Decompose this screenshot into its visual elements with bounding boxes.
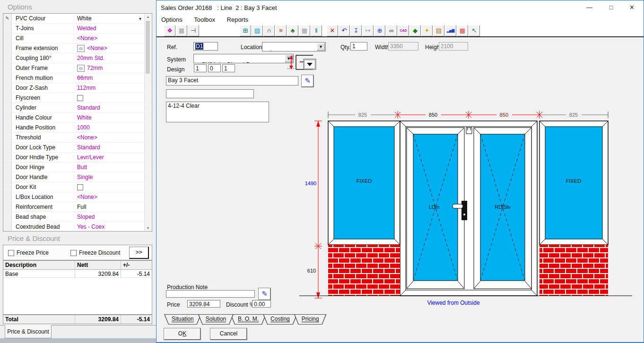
ok-button[interactable]: OK bbox=[164, 328, 200, 340]
delete-button[interactable]: ✕ bbox=[327, 25, 338, 36]
tab-price-discount[interactable]: Price & Discount bbox=[5, 325, 52, 338]
option-row[interactable]: Door Lock TypeStandard bbox=[3, 143, 152, 153]
report-folder-button[interactable]: ▤ bbox=[433, 25, 444, 36]
selection-red-button[interactable]: ▩ bbox=[457, 25, 468, 36]
option-row[interactable]: Door Kit bbox=[3, 182, 152, 192]
design-blocks-button[interactable]: ❖ bbox=[164, 25, 175, 36]
maximize-button[interactable]: □ bbox=[600, 0, 622, 14]
option-row[interactable]: Door HandleSingle bbox=[3, 172, 152, 182]
tab-costing[interactable]: Costing bbox=[263, 314, 297, 325]
minimize-button[interactable]: — bbox=[579, 0, 600, 14]
qty-input[interactable]: 1 bbox=[350, 42, 367, 51]
option-checkbox[interactable] bbox=[77, 95, 83, 101]
tab-solution[interactable]: Solution bbox=[198, 314, 234, 325]
option-value-cell[interactable]: White▾ bbox=[74, 14, 152, 23]
option-row[interactable]: Door HingeButt bbox=[3, 163, 152, 172]
option-row[interactable]: Outer Frame▭72mm bbox=[3, 63, 152, 73]
close-button[interactable]: ✕ bbox=[621, 0, 643, 14]
left-fixed-window[interactable]: FIXED bbox=[328, 121, 400, 245]
scroll-up-icon[interactable]: ▲ bbox=[145, 15, 151, 18]
option-value-cell[interactable]: <None> bbox=[74, 133, 152, 142]
cad-button[interactable]: CAD bbox=[398, 25, 409, 36]
option-row[interactable]: Door Z-Sash112mm bbox=[3, 83, 152, 93]
option-value-cell[interactable]: Standard bbox=[74, 103, 152, 112]
area-select-button[interactable]: ▩ bbox=[299, 25, 310, 36]
pan-view-button[interactable]: ↖ bbox=[469, 25, 480, 36]
option-row[interactable]: L/Box Location<None> bbox=[3, 192, 152, 202]
edit-description-button[interactable]: ✎ bbox=[302, 75, 313, 87]
option-row[interactable]: Cill<None> bbox=[3, 34, 152, 43]
option-value-cell[interactable]: Butt bbox=[74, 163, 152, 172]
option-value-cell[interactable]: Welded bbox=[74, 24, 152, 33]
garden-tree-button[interactable]: ♣ bbox=[287, 25, 298, 36]
location-dropdown-icon[interactable]: ▼ bbox=[317, 43, 325, 51]
glass-spec-box[interactable]: 4-12-4 Clear bbox=[166, 102, 269, 122]
option-value-cell[interactable]: ▭<None> bbox=[74, 43, 152, 53]
menu-toolbox[interactable]: Toolbox bbox=[189, 15, 220, 25]
option-value-cell[interactable]: Standard bbox=[74, 143, 152, 152]
spectacles-3d-button[interactable]: ∞ bbox=[386, 25, 397, 36]
title-bar[interactable]: Sales Order J0168 : Line 2 : Bay 3 Facet… bbox=[157, 0, 644, 15]
freeze-discount-checkbox[interactable] bbox=[70, 250, 77, 256]
option-value-cell[interactable]: 20mm Std. bbox=[74, 53, 152, 63]
option-value-cell[interactable]: Yes - Coex bbox=[74, 222, 152, 232]
option-row[interactable]: Frame extension▭<None> bbox=[3, 43, 152, 53]
undo-button[interactable]: ↶ bbox=[339, 25, 350, 36]
freeze-price-checkbox[interactable] bbox=[8, 250, 14, 256]
cylinder-hardware-button[interactable]: ∩ bbox=[263, 25, 275, 36]
spec-list-button[interactable]: ≡ bbox=[275, 25, 287, 36]
option-value-cell[interactable]: <None> bbox=[74, 192, 152, 202]
option-row[interactable]: French mullion66mm bbox=[3, 73, 152, 83]
menu-reports[interactable]: Reports bbox=[222, 15, 253, 25]
discount-input[interactable]: 0.00 bbox=[252, 300, 271, 308]
window-design-button[interactable]: ⊞ bbox=[240, 25, 251, 36]
options-scrollbar[interactable]: ▲ ▼ bbox=[144, 14, 151, 231]
right-fixed-window[interactable]: FIXED bbox=[540, 121, 608, 245]
option-row[interactable]: Door Hndle TypeLevr/Lever bbox=[3, 153, 152, 163]
option-row[interactable]: CylinderStandard bbox=[3, 103, 152, 113]
cancel-button[interactable]: Cancel bbox=[210, 328, 247, 340]
option-row[interactable]: Threshold<None> bbox=[3, 133, 152, 143]
option-row[interactable]: Coextruded BeadYes - Coex bbox=[3, 222, 152, 232]
zoom-button[interactable]: ⊕ bbox=[374, 25, 385, 36]
option-value-cell[interactable] bbox=[74, 182, 152, 192]
option-value-cell[interactable]: 1000 bbox=[74, 123, 152, 132]
design-input-3[interactable]: 1 bbox=[222, 64, 235, 72]
frame-extension-button[interactable]: ⊣ bbox=[188, 25, 199, 36]
option-value-cell[interactable]: Single bbox=[74, 172, 152, 182]
scroll-down-icon[interactable]: ▼ bbox=[145, 226, 151, 230]
glazing-button[interactable]: ▨ bbox=[252, 25, 263, 36]
scrollbar-thumb[interactable] bbox=[146, 21, 150, 74]
tab-pricing[interactable]: Pricing bbox=[294, 314, 327, 325]
tab-situation[interactable]: Situation bbox=[164, 314, 201, 325]
option-row[interactable]: Bead shapeSloped bbox=[3, 212, 152, 222]
location-combo[interactable]: Lounge ▼ bbox=[262, 42, 326, 51]
production-note-input[interactable] bbox=[166, 290, 255, 298]
option-value-cell[interactable]: Full bbox=[74, 202, 152, 212]
option-value-cell[interactable]: White bbox=[74, 113, 152, 122]
edit-production-note-button[interactable]: ✎ bbox=[259, 288, 270, 300]
option-row[interactable]: ReinforcementFull bbox=[3, 202, 152, 212]
freeze-price-option[interactable]: Freeze Price bbox=[8, 249, 49, 256]
mullion-transom-button[interactable]: ‖ bbox=[311, 25, 322, 36]
price-table-row[interactable]: Base3209.84-5.14 bbox=[3, 270, 152, 278]
option-value-cell[interactable]: Sloped bbox=[74, 212, 152, 222]
option-checkbox[interactable] bbox=[77, 184, 83, 190]
price-input[interactable]: 3209.84 bbox=[187, 300, 220, 308]
option-value-cell[interactable]: 66mm bbox=[74, 73, 152, 83]
option-value-cell[interactable]: ▭72mm bbox=[74, 63, 152, 73]
expand-button[interactable]: >> bbox=[129, 247, 149, 259]
colour-fill-button[interactable]: ◆ bbox=[409, 25, 421, 36]
design-input-2[interactable]: 0 bbox=[208, 64, 221, 72]
grid-select-button[interactable]: ▦ bbox=[176, 25, 187, 36]
option-row[interactable]: Coupling 180°20mm Std. bbox=[3, 53, 152, 63]
dimension-edit-button[interactable]: ↦ bbox=[362, 25, 374, 36]
option-row[interactable]: Handle Position1000 bbox=[3, 123, 152, 133]
option-value-cell[interactable] bbox=[74, 93, 152, 103]
note-input[interactable] bbox=[166, 89, 254, 98]
value-dropdown-icon[interactable]: ▾ bbox=[139, 16, 141, 21]
collection-button[interactable]: ▭ bbox=[77, 65, 85, 72]
option-value-cell[interactable]: Levr/Lever bbox=[74, 153, 152, 162]
option-row[interactable]: Handle ColourWhite bbox=[3, 113, 152, 123]
tab-b-o-m[interactable]: B. O. M. bbox=[230, 314, 266, 325]
